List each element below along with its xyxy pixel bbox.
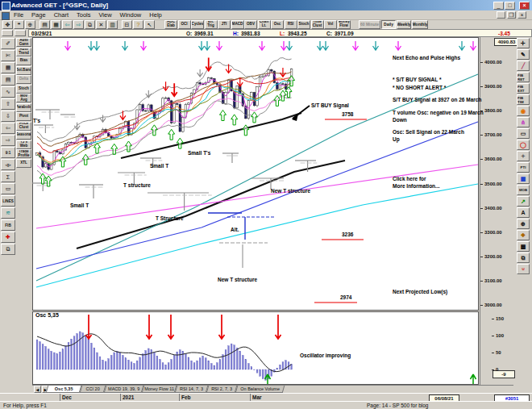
- menu-tools[interactable]: Tools: [73, 11, 95, 19]
- ratio-icon[interactable]: 9:1: [1, 147, 15, 158]
- menu-help[interactable]: Help: [145, 11, 165, 19]
- menu-view[interactable]: View: [94, 11, 115, 19]
- period-button-60-minute[interactable]: 60 Minute: [359, 20, 380, 29]
- study-button-rsi[interactable]: RSI: [285, 20, 297, 29]
- study-icon[interactable]: ▤: [1, 74, 15, 86]
- layout-icon[interactable]: ▥: [107, 20, 118, 29]
- left-study-tj-s-web[interactable]: TJ's Web: [16, 140, 31, 149]
- tab-rsi-2-7-3[interactable]: RSI 2, 7, 3: [206, 386, 238, 393]
- arrow-right-icon[interactable]: ⇨: [1, 135, 15, 146]
- maximize-button[interactable]: □: [505, 2, 515, 10]
- study-button-stoch[interactable]: Stoch: [297, 20, 310, 29]
- period-button-weekly[interactable]: Weekly: [397, 20, 411, 29]
- elliott-wave-icon[interactable]: ∿: [1, 86, 15, 98]
- fib-extension-button[interactable]: FIB EXT: [517, 83, 530, 94]
- crosshair-icon[interactable]: ✛: [517, 38, 530, 48]
- mob-button[interactable]: MOB: [517, 185, 530, 195]
- study-button-jti[interactable]: JTI: [218, 20, 231, 29]
- rectangle-icon[interactable]: ▭: [517, 128, 530, 139]
- tab-money-flow-11[interactable]: Money Flow 11: [142, 386, 177, 393]
- study-button-abc-elab[interactable]: ABC Elab: [164, 20, 177, 29]
- menu-page[interactable]: Page: [27, 11, 50, 19]
- menu-file[interactable]: File: [10, 11, 27, 19]
- arrow-left-icon[interactable]: ⇦: [1, 123, 15, 134]
- zoom-icon[interactable]: ⊕: [25, 20, 35, 29]
- study-button-money-flow[interactable]: Money Flow: [338, 20, 351, 29]
- left-study-auto-gann[interactable]: Auto Gann: [16, 38, 31, 47]
- minimize-button[interactable]: _: [493, 2, 504, 10]
- left-study-seasonal[interactable]: Seasonal: [16, 131, 31, 140]
- expand-icon[interactable]: ◁▷: [1, 159, 15, 170]
- left-study-pivot[interactable]: Pivot: [16, 112, 31, 121]
- cross-icon[interactable]: ✚: [1, 232, 15, 243]
- menu-window[interactable]: Window: [116, 11, 146, 19]
- copy-window-icon[interactable]: ⧉: [517, 252, 530, 263]
- new-chart-icon[interactable]: ▤: [39, 20, 50, 29]
- left-study-mov-avg[interactable]: Mov Avg: [16, 94, 31, 102]
- pitchfork-icon[interactable]: ⋔: [517, 117, 530, 127]
- quote-nav-button[interactable]: [2, 30, 13, 36]
- close-button[interactable]: ×: [519, 2, 530, 10]
- left-study-price-clust[interactable]: Price Clust: [16, 122, 31, 131]
- waves-icon[interactable]: ≋: [1, 207, 15, 219]
- left-study-trade-profile[interactable]: Trade Profile: [16, 149, 31, 158]
- tab-rsi-14-7-3[interactable]: RSI 14, 7, 3: [175, 386, 209, 393]
- study-button-ell-trig[interactable]: Ell. Trig: [205, 20, 218, 29]
- chart-up-icon[interactable]: ↗: [517, 196, 530, 207]
- context-help-icon[interactable]: ↖: [144, 20, 155, 29]
- tab-on-balance-volume[interactable]: On Balance Volume: [235, 386, 285, 393]
- print-icon[interactable]: ⊟: [122, 20, 132, 29]
- left-study-stoch[interactable]: Stoch: [16, 85, 31, 94]
- tab-cci-20[interactable]: CCI 20: [80, 386, 106, 393]
- pin-icon[interactable]: ✥: [2, 20, 13, 29]
- box-icon[interactable]: ▭: [1, 183, 15, 194]
- palette-icon[interactable]: ❖: [517, 230, 530, 240]
- study-button-osc[interactable]: Osc: [271, 20, 284, 29]
- fib-time-button[interactable]: FIB TIM: [517, 94, 530, 105]
- draw-icon[interactable]: ✐: [1, 38, 15, 49]
- forward-icon[interactable]: ⇨: [73, 20, 84, 29]
- left-study-bol-band[interactable]: Bol.Band: [16, 66, 31, 75]
- tab-scroll-left[interactable]: ◀: [34, 386, 41, 393]
- hatch-icon[interactable]: ▩: [517, 241, 530, 252]
- delete-icon[interactable]: ✕: [96, 20, 106, 29]
- fib-button[interactable]: FIB: [1, 219, 15, 231]
- quote-nav-button2[interactable]: [15, 30, 26, 36]
- help-icon[interactable]: ?: [133, 20, 143, 29]
- open-icon[interactable]: ▦: [51, 20, 61, 29]
- sum-icon[interactable]: Σ: [1, 171, 15, 182]
- left-study-auto-trend[interactable]: Auto Trend: [16, 48, 31, 56]
- trendline-icon[interactable]: ╱: [517, 61, 530, 71]
- quote-icon[interactable]: ❝: [14, 20, 24, 29]
- back-icon[interactable]: ⇦: [62, 20, 73, 29]
- tab-macd-19-39-9[interactable]: MACD 19, 39, 9: [104, 386, 144, 393]
- mdi-close-button[interactable]: ×: [517, 11, 526, 19]
- menu-chart[interactable]: Chart: [50, 11, 73, 19]
- period-button-monthly[interactable]: Monthly: [412, 20, 428, 29]
- regression-icon[interactable]: ✦: [517, 151, 530, 161]
- study-button-vol[interactable]: Vol: [324, 20, 337, 29]
- undo-button[interactable]: U: [517, 264, 530, 274]
- copy-icon[interactable]: ⧉: [85, 20, 95, 29]
- text-label-icon[interactable]: A: [517, 207, 530, 218]
- window-icon[interactable]: ⧉: [1, 244, 15, 255]
- left-study-parabolic[interactable]: Parabolic: [16, 103, 31, 112]
- study-button-obv[interactable]: OBV: [244, 20, 257, 29]
- zoom-in-icon[interactable]: ⊕: [517, 219, 530, 229]
- oscillator-panel[interactable]: [32, 311, 479, 385]
- mdi-minimize-button[interactable]: _: [497, 11, 505, 19]
- mdi-restore-button[interactable]: ❐: [507, 11, 516, 19]
- gann-icon[interactable]: ◉: [517, 106, 530, 116]
- study-button-time-clust[interactable]: Time Clust: [311, 20, 324, 29]
- period-button-daily[interactable]: Daily: [381, 20, 396, 29]
- study-button-cycles[interactable]: Cycles: [191, 20, 204, 29]
- study-button-macd[interactable]: MACD: [231, 20, 244, 29]
- left-study-xtl[interactable]: XTL: [16, 159, 31, 168]
- scissors-icon[interactable]: ✄: [1, 50, 15, 61]
- arrow-down-icon[interactable]: ⇩: [1, 111, 15, 122]
- pencil-icon[interactable]: ✎: [517, 49, 530, 60]
- arrow-up-icon[interactable]: ⇧: [1, 98, 15, 110]
- pti-button[interactable]: PTI: [517, 162, 530, 173]
- left-study-bias[interactable]: Bias: [16, 56, 31, 65]
- fib-retracement-button[interactable]: FIB RET: [517, 72, 530, 82]
